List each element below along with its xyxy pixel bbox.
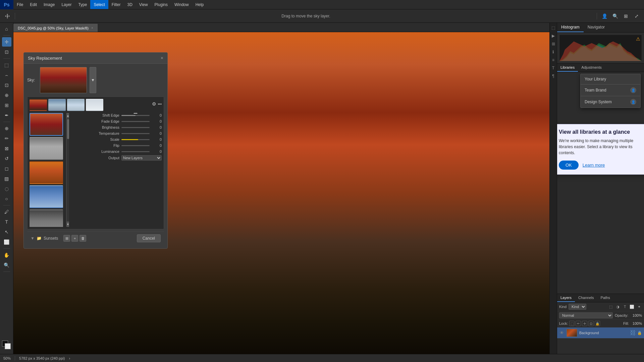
- flip-slider[interactable]: [121, 143, 150, 148]
- tooltip-ok-button[interactable]: OK: [559, 161, 579, 170]
- crop-tool[interactable]: ⊕: [2, 90, 11, 100]
- tooltip-learn-link[interactable]: Learn more: [583, 163, 605, 168]
- history-brush-tool[interactable]: ↺: [2, 154, 11, 163]
- ps-icon-5[interactable]: ≡: [550, 57, 556, 63]
- path-select-tool[interactable]: ↖: [2, 227, 11, 237]
- menu-file[interactable]: File: [13, 0, 26, 9]
- type-tool[interactable]: T: [2, 217, 11, 227]
- stamp-tool[interactable]: ⊠: [2, 144, 11, 153]
- blend-mode-select[interactable]: Normal: [559, 312, 613, 318]
- lock-all[interactable]: 🔒: [595, 321, 600, 326]
- sky-thumb-2[interactable]: [48, 99, 66, 111]
- eyedropper-tool[interactable]: ✒: [2, 111, 11, 120]
- menu-type[interactable]: Type: [75, 0, 90, 9]
- blur-tool[interactable]: ◌: [2, 184, 11, 193]
- library-item-your-library[interactable]: Your Library: [581, 74, 640, 84]
- menu-help[interactable]: Help: [192, 0, 207, 9]
- shift-edge-slider[interactable]: [121, 113, 150, 118]
- tab-navigator[interactable]: Navigator: [584, 23, 609, 32]
- layer-adjustment-filter[interactable]: ◑: [615, 304, 621, 310]
- toolbar-expand-icon[interactable]: ⤢: [632, 11, 641, 21]
- sky-list-thumb-5[interactable]: [30, 209, 63, 227]
- library-item-team-brand[interactable]: Team Brand 👤: [581, 84, 640, 96]
- sky-scroll-down[interactable]: ▼: [67, 222, 69, 227]
- kind-select[interactable]: Kind: [569, 304, 586, 310]
- footer-icon-3[interactable]: 🗑: [79, 235, 86, 242]
- sky-list-thumb-3[interactable]: [30, 161, 63, 184]
- zoom-tool[interactable]: 🔍: [2, 260, 11, 270]
- sky-scroll-thumb[interactable]: [67, 119, 69, 139]
- tab-libraries[interactable]: Libraries: [557, 64, 578, 72]
- background-color[interactable]: [5, 343, 11, 349]
- menu-edit[interactable]: Edit: [26, 0, 40, 9]
- hand-tool[interactable]: ✋: [2, 250, 11, 260]
- toolbar-workspace-icon[interactable]: ⊞: [621, 11, 631, 21]
- layer-type-filter[interactable]: T: [622, 304, 628, 310]
- fade-edge-slider[interactable]: [121, 119, 150, 124]
- cancel-button[interactable]: Cancel: [137, 234, 161, 242]
- layer-pixel-filter[interactable]: ⬚: [608, 304, 614, 310]
- healing-tool[interactable]: ⊕: [2, 124, 11, 133]
- library-item-design-system[interactable]: Design System 👤: [581, 96, 640, 108]
- tab-adjustments[interactable]: Adjustments: [578, 64, 605, 72]
- dialog-close-button[interactable]: ×: [161, 55, 163, 61]
- layer-shape-filter[interactable]: ⬜: [629, 304, 635, 310]
- tab-histogram[interactable]: Histogram: [557, 23, 584, 32]
- tab-layers[interactable]: Layers: [557, 294, 575, 302]
- toolbar-search-icon[interactable]: 🔍: [610, 11, 620, 21]
- gradient-tool[interactable]: ▨: [2, 174, 11, 183]
- frame-tool[interactable]: ⊞: [2, 101, 11, 110]
- ps-icon-2[interactable]: ▶: [550, 33, 556, 39]
- menu-filter[interactable]: Filter: [108, 0, 124, 9]
- move-tool-options[interactable]: [3, 11, 12, 21]
- layer-visibility-toggle[interactable]: 👁: [559, 330, 565, 336]
- ps-icon-6[interactable]: T: [550, 65, 556, 71]
- output-select[interactable]: New Layers: [121, 155, 162, 161]
- marquee-tool[interactable]: ⬚: [2, 60, 11, 70]
- ps-icon-3[interactable]: ⊞: [550, 41, 556, 47]
- move-tool[interactable]: ✛: [2, 37, 11, 47]
- layer-item-background[interactable]: 👁 Background ⛓ 🔒: [557, 327, 644, 339]
- sky-thumb-1[interactable]: [30, 99, 47, 111]
- footer-icon-1[interactable]: ⊞: [63, 235, 70, 242]
- menu-plugins[interactable]: Plugins: [151, 0, 171, 9]
- canvas-content[interactable]: Sky Replacement × Sky: ▼: [13, 32, 549, 354]
- sky-scroll-up[interactable]: ▲: [67, 113, 69, 118]
- lock-artboard[interactable]: ⊡: [588, 321, 594, 326]
- artboard-tool[interactable]: ⊡: [2, 47, 11, 57]
- tab-paths[interactable]: Paths: [597, 294, 613, 302]
- lasso-tool[interactable]: ⌢: [2, 70, 11, 80]
- canvas-tab-close[interactable]: ×: [91, 26, 93, 30]
- sky-thumb-3[interactable]: [67, 99, 85, 111]
- menu-window[interactable]: Window: [171, 0, 192, 9]
- ps-icon-1[interactable]: ⬚: [550, 25, 556, 31]
- lock-transparent[interactable]: ⬚: [569, 321, 575, 326]
- home-tool[interactable]: ⌂: [2, 24, 11, 34]
- menu-image[interactable]: Image: [40, 0, 58, 9]
- toolbar-user-icon[interactable]: 👤: [600, 11, 609, 21]
- sky-list-thumb-selected[interactable]: [30, 113, 63, 136]
- temperature-slider[interactable]: [121, 131, 150, 136]
- shape-tool[interactable]: ⬜: [2, 237, 11, 247]
- sky-thumb-4[interactable]: [86, 99, 103, 111]
- scale-slider[interactable]: [121, 137, 150, 142]
- brush-tool[interactable]: ✏: [2, 134, 11, 143]
- shift-edge-handle[interactable]: [133, 113, 138, 114]
- sky-list-thumb-2[interactable]: [30, 137, 63, 160]
- footer-icon-2[interactable]: +: [71, 235, 78, 242]
- layer-smart-filter[interactable]: ✦: [636, 304, 642, 310]
- ps-icon-7[interactable]: ¶: [550, 73, 556, 79]
- luminance-slider[interactable]: [121, 149, 150, 154]
- dodge-tool[interactable]: ○: [2, 194, 11, 203]
- menu-layer[interactable]: Layer: [58, 0, 75, 9]
- menu-view[interactable]: View: [136, 0, 151, 9]
- sunsets-chevron[interactable]: ▼: [31, 236, 35, 241]
- sky-preview-image[interactable]: [40, 67, 87, 93]
- sky-settings-icon[interactable]: ⚙: [152, 101, 156, 107]
- lock-move[interactable]: ✛: [582, 321, 587, 326]
- object-select-tool[interactable]: ⊡: [2, 80, 11, 90]
- tab-channels[interactable]: Channels: [575, 294, 597, 302]
- sky-list-thumb-4[interactable]: [30, 185, 63, 208]
- status-arrow[interactable]: ›: [69, 356, 70, 360]
- sky-dropdown-button[interactable]: ▼: [90, 67, 96, 93]
